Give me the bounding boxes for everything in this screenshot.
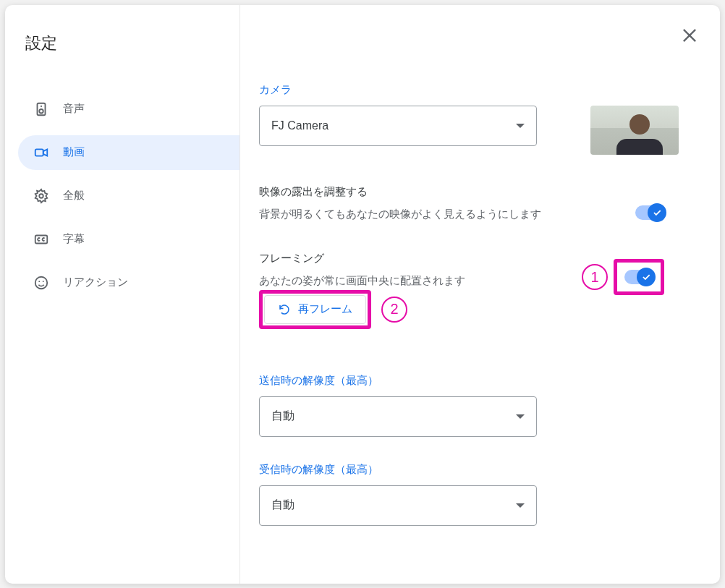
check-icon xyxy=(641,272,651,282)
callout-frame-2: 再フレーム xyxy=(259,290,371,329)
video-camera-icon xyxy=(33,144,50,161)
camera-row: FJ Camera xyxy=(259,106,691,155)
receive-resolution-heading: 受信時の解像度（最高） xyxy=(259,463,691,477)
camera-preview xyxy=(590,106,679,155)
sidebar-item-reactions[interactable]: リアクション xyxy=(18,265,239,300)
settings-dialog: 設定 音声 動画 全般 字幕 xyxy=(5,5,720,584)
exposure-setting-row: 映像の露出を調整する 背景が明るくてもあなたの映像がよく見えるようにします xyxy=(259,185,664,223)
sidebar-item-label: 全般 xyxy=(63,189,85,203)
callout-frame-1 xyxy=(614,259,664,295)
send-resolution-value: 自動 xyxy=(271,409,294,424)
chevron-down-icon xyxy=(516,414,525,419)
smiley-icon xyxy=(33,274,50,291)
svg-rect-3 xyxy=(35,149,43,155)
sidebar-item-label: 動画 xyxy=(63,145,85,159)
exposure-toggle[interactable] xyxy=(635,205,664,220)
check-icon xyxy=(652,208,662,218)
framing-setting-row: フレーミング あなたの姿が常に画面中央に配置されます 再フレーム 2 1 xyxy=(259,252,664,329)
send-resolution-section: 送信時の解像度（最高） 自動 xyxy=(259,374,691,437)
receive-resolution-select[interactable]: 自動 xyxy=(259,485,537,526)
exposure-desc: 背景が明るくてもあなたの映像がよく見えるようにします xyxy=(259,205,541,223)
gear-icon xyxy=(33,187,50,205)
annotation-1: 1 xyxy=(582,264,608,290)
closed-caption-icon xyxy=(33,231,50,248)
sidebar-item-video[interactable]: 動画 xyxy=(18,135,239,170)
framing-toggle[interactable] xyxy=(624,270,653,284)
svg-point-6 xyxy=(35,276,48,289)
camera-select[interactable]: FJ Camera xyxy=(259,106,537,146)
speaker-icon xyxy=(33,101,50,118)
receive-resolution-section: 受信時の解像度（最高） 自動 xyxy=(259,463,691,526)
content-area: カメラ FJ Camera 映像の露出を調整する 背景が明るくてもあなたの映像が… xyxy=(240,5,720,584)
svg-point-4 xyxy=(39,194,43,198)
send-resolution-select[interactable]: 自動 xyxy=(259,396,537,437)
send-resolution-heading: 送信時の解像度（最高） xyxy=(259,374,691,388)
reframe-label: 再フレーム xyxy=(298,302,352,316)
svg-point-2 xyxy=(41,105,42,106)
sidebar-item-label: 音声 xyxy=(63,102,85,116)
sidebar-item-captions[interactable]: 字幕 xyxy=(18,222,239,257)
exposure-title: 映像の露出を調整する xyxy=(259,185,541,199)
sidebar-item-label: リアクション xyxy=(63,276,128,289)
camera-select-value: FJ Camera xyxy=(271,119,328,132)
receive-resolution-value: 自動 xyxy=(271,498,294,513)
chevron-down-icon xyxy=(516,503,525,508)
svg-point-8 xyxy=(43,281,44,282)
reframe-button[interactable]: 再フレーム xyxy=(264,295,366,324)
annotation-2: 2 xyxy=(381,297,407,323)
framing-desc: あなたの姿が常に画面中央に配置されます xyxy=(259,271,465,290)
page-title: 設定 xyxy=(25,33,239,54)
sidebar: 設定 音声 動画 全般 字幕 xyxy=(5,5,240,584)
framing-title: フレーミング xyxy=(259,252,465,265)
chevron-down-icon xyxy=(516,124,525,128)
sidebar-item-label: 字幕 xyxy=(63,232,85,246)
sidebar-item-general[interactable]: 全般 xyxy=(18,179,239,213)
sidebar-item-audio[interactable]: 音声 xyxy=(18,92,239,127)
camera-heading: カメラ xyxy=(259,83,691,97)
svg-point-1 xyxy=(39,109,43,114)
refresh-icon xyxy=(278,303,291,316)
svg-point-7 xyxy=(38,281,40,282)
